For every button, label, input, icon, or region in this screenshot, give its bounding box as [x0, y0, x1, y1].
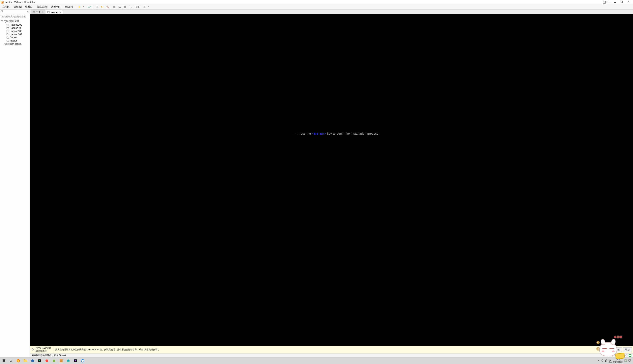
svg-rect-1: [2, 2, 3, 3]
tree-label: Hadoop102: [10, 26, 22, 30]
svg-rect-71: [629, 360, 630, 361]
tray-clock[interactable]: 17:30 2022/12/9: [613, 358, 623, 363]
svg-rect-33: [7, 37, 9, 38]
tray-wifi-icon[interactable]: [601, 360, 604, 362]
menu-edit[interactable]: 编辑(E): [12, 4, 23, 9]
tree-label: master: [10, 39, 17, 42]
network-icon[interactable]: [614, 354, 617, 357]
fullscreen-button[interactable]: [122, 5, 127, 9]
svg-rect-12: [114, 6, 116, 8]
tray-notifications-icon[interactable]: [628, 359, 631, 362]
computer-icon: [4, 20, 7, 23]
console-view-button[interactable]: [135, 5, 140, 9]
snapshot-button[interactable]: [94, 5, 99, 9]
library-close-button[interactable]: ✕: [26, 10, 29, 13]
unity-button[interactable]: [128, 5, 132, 9]
menu-view[interactable]: 查看(V): [24, 4, 35, 9]
taskbar-search-button[interactable]: [8, 358, 14, 364]
svg-rect-15: [124, 6, 126, 8]
tray-app-icon[interactable]: [624, 359, 627, 362]
svg-point-69: [602, 361, 602, 362]
minimize-button[interactable]: [612, 0, 618, 4]
library-panel: 库 ✕ ▼ − 我的计算机 Hadoop100 Hadoop102 Hadoop…: [0, 10, 30, 357]
vm-icon: [48, 11, 50, 14]
library-tree: − 我的计算机 Hadoop100 Hadoop102 Hadoop103 Ha…: [0, 19, 30, 357]
tree-vm-item[interactable]: Hadoop104: [0, 33, 30, 36]
home-icon: [33, 10, 35, 14]
svg-rect-14: [119, 8, 121, 8]
show-library-button[interactable]: [112, 5, 117, 9]
ime-lang[interactable]: 英: [605, 359, 608, 362]
taskbar-app-icon[interactable]: [30, 358, 36, 364]
tree-vm-item[interactable]: Hadoop103: [0, 30, 30, 33]
display-icon[interactable]: [629, 354, 632, 357]
svg-rect-52: [2, 361, 4, 362]
svg-rect-51: [4, 360, 5, 360]
start-button[interactable]: [1, 358, 7, 364]
svg-point-41: [609, 355, 609, 356]
window-title: master - VMware Workstation: [5, 1, 36, 4]
taskbar-teamviewer-icon[interactable]: [80, 358, 86, 364]
menu-tabs[interactable]: 选项卡(T): [50, 4, 63, 9]
svg-point-43: [612, 355, 612, 356]
svg-rect-57: [24, 360, 27, 362]
tabbar: 主页 ✕ master ✕: [30, 10, 633, 14]
send-ctrl-alt-del-button[interactable]: [87, 5, 92, 9]
taskbar-firefox-icon[interactable]: [15, 358, 22, 364]
tree-root-my-computer[interactable]: − 我的计算机: [0, 20, 30, 23]
tab-close-button[interactable]: ✕: [42, 11, 44, 13]
library-search[interactable]: ▼: [1, 15, 29, 18]
tab-home[interactable]: 主页 ✕: [31, 10, 45, 14]
library-search-input[interactable]: [2, 15, 30, 18]
tray-chevron-icon[interactable]: [598, 360, 600, 362]
taskbar-pycharm-icon[interactable]: [36, 358, 43, 364]
content-area: 主页 ✕ master ✕ - Press the <ENTER> key to…: [30, 10, 633, 357]
printer-icon[interactable]: [625, 354, 628, 357]
close-button[interactable]: [626, 0, 631, 4]
install-done-button[interactable]: 我已完成安装: [604, 347, 622, 352]
svg-rect-47: [626, 355, 627, 356]
install-message: 按照在物理计算机中的步骤安装 CentOS 7 64 位。安装完成后，操作系统会…: [55, 348, 602, 351]
snapshot-manager-button[interactable]: [105, 5, 110, 9]
taskbar-explorer-icon[interactable]: [22, 358, 28, 364]
cd-icon[interactable]: [611, 354, 614, 357]
stretch-guest-button[interactable]: [142, 5, 147, 9]
sound-icon[interactable]: [622, 354, 624, 357]
power-dropdown[interactable]: ▼: [82, 6, 84, 8]
tree-vm-item[interactable]: Hadoop102: [0, 26, 30, 30]
taskbar-vmware-icon[interactable]: [58, 358, 64, 364]
svg-rect-48: [626, 355, 627, 355]
revert-snapshot-button[interactable]: [100, 5, 104, 9]
tab-label: 主页: [36, 10, 41, 14]
taskbar-app3-icon[interactable]: [72, 358, 79, 364]
menu-help[interactable]: 帮助(H): [63, 4, 75, 9]
svg-rect-16: [124, 6, 126, 8]
tab-close-button[interactable]: ✕: [60, 11, 61, 14]
tree-vm-item[interactable]: Hadoop100: [0, 23, 30, 26]
tree-vm-item[interactable]: Docker: [0, 36, 30, 39]
vm-console[interactable]: - Press the <ENTER> key to begin the ins…: [30, 14, 633, 346]
ime-mode[interactable]: 拼: [608, 359, 612, 362]
hdd-icon[interactable]: [607, 354, 610, 357]
taskbar-app2-icon[interactable]: [51, 358, 57, 364]
thumbnail-bar-button[interactable]: [118, 5, 122, 9]
stretch-dropdown[interactable]: ▼: [148, 6, 150, 8]
taskbar-todesk-icon[interactable]: [44, 358, 50, 364]
tree-shared-vms[interactable]: 共享的虚拟机: [0, 42, 30, 46]
usb-icon[interactable]: [618, 354, 621, 357]
menu-vm[interactable]: 虚拟机(M): [35, 4, 49, 9]
expand-toggle[interactable]: −: [1, 20, 3, 22]
statusbar: 要返回到您的计算机，请按 Ctrl+Alt。: [30, 353, 633, 357]
tab-master[interactable]: master ✕: [46, 10, 63, 14]
release-cursor-hint: 按"Ctrl+Alt"可释 放鼠标光标: [36, 347, 51, 352]
menu-file[interactable]: 文件(F): [1, 4, 12, 9]
svg-rect-50: [2, 360, 4, 360]
svg-rect-22: [4, 20, 6, 22]
tree-vm-item[interactable]: master: [0, 39, 30, 42]
titlebar-grip: [603, 0, 611, 4]
pause-button[interactable]: [77, 5, 82, 9]
svg-rect-23: [5, 22, 6, 23]
taskbar-edge-icon[interactable]: [65, 358, 72, 364]
maximize-button[interactable]: [619, 0, 624, 4]
help-button[interactable]: 帮助: [623, 347, 632, 352]
